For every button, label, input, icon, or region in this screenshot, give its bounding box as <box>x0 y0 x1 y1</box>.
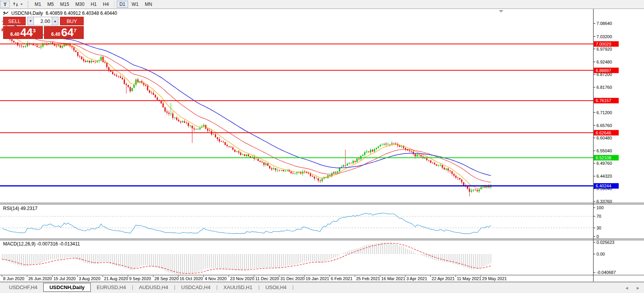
buy-price-box[interactable]: 6.40 64 7 <box>44 26 84 39</box>
candle-body <box>484 187 486 187</box>
candle-body <box>352 161 354 163</box>
candle-body <box>273 168 274 169</box>
candle-body <box>426 158 428 160</box>
sell-button[interactable]: SELL <box>3 17 26 25</box>
tab-scroll-right-icon[interactable]: ► <box>636 286 640 290</box>
volume-increase-icon[interactable]: ▲ <box>52 17 58 25</box>
timeframe-m5[interactable]: M5 <box>45 1 57 8</box>
candle-body <box>345 165 346 166</box>
chart-symbol-icon <box>3 11 9 16</box>
candle-body <box>348 163 350 164</box>
timeframe-m1[interactable]: M1 <box>32 1 44 8</box>
tab-eurusd-h4[interactable]: EURUSD,H4 <box>91 283 132 292</box>
arrows-tool-button[interactable]: ▼ <box>11 1 25 8</box>
candle-body <box>471 191 472 192</box>
candle-body <box>374 149 375 152</box>
candle-body <box>343 165 344 167</box>
chart-background[interactable] <box>0 9 644 282</box>
candle-body <box>283 170 284 171</box>
candle-body <box>122 78 123 79</box>
timeframe-d1[interactable]: D1 <box>117 1 128 8</box>
candle-body <box>162 103 164 107</box>
timeframe-mn[interactable]: MN <box>142 1 155 8</box>
candle-body <box>376 148 377 149</box>
candle-body <box>89 61 90 62</box>
sell-price-big: 44 <box>20 27 33 38</box>
tab-usoil-h4[interactable]: USOil,H4 <box>260 283 292 292</box>
candle-body <box>259 161 260 162</box>
candle-body <box>393 143 394 144</box>
candle-body <box>108 67 109 71</box>
timeframe-w1[interactable]: W1 <box>129 1 141 8</box>
candle-body <box>473 190 474 191</box>
timeframe-m30[interactable]: M30 <box>73 1 87 8</box>
candle-body <box>232 147 234 150</box>
price-badge-label: 7.00029 <box>596 42 611 46</box>
candle-body <box>391 143 392 145</box>
candle-body <box>135 79 137 85</box>
volume-input[interactable] <box>34 17 52 25</box>
macd-tick-label: -0.040687 <box>596 270 616 275</box>
candle-body <box>362 155 363 156</box>
candle-body <box>244 154 245 156</box>
candle-body <box>195 129 197 130</box>
candle-body <box>221 141 222 142</box>
tab-audusd-h4[interactable]: AUDUSD,H4 <box>133 283 174 292</box>
price-badge-label: 6.62646 <box>596 131 611 135</box>
candle-body <box>126 84 127 85</box>
candle-body <box>176 118 177 120</box>
date-label: 15 Jul 2020 <box>54 276 76 281</box>
candle-body <box>25 46 26 47</box>
candle-body <box>269 166 270 168</box>
candle-body <box>382 145 383 145</box>
chart-symbol-period: USDCNH,Daily <box>11 11 43 16</box>
tab-usdchf-h4[interactable]: USDCHF,H4 <box>3 283 43 292</box>
price-tick-label: 6.81760 <box>596 85 612 90</box>
candle-body <box>190 125 191 126</box>
candle-body <box>294 173 296 174</box>
candle-body <box>366 152 367 152</box>
date-label: 23 Nov 2020 <box>230 276 254 281</box>
buy-button[interactable]: BUY <box>60 17 84 25</box>
rsi-pane-label: RSI(14) 49.2317 <box>3 206 37 211</box>
date-label: 16 Mar 2021 <box>381 276 405 281</box>
candle-body <box>318 178 319 181</box>
tab-usdcnh-daily[interactable]: USDCNH,Daily <box>43 283 91 292</box>
chart-canvas[interactable]: 7.086407.032006.979206.924806.872006.817… <box>0 0 644 293</box>
volume-stepper: ▼ ▲ <box>27 17 58 25</box>
text-label-tool-button[interactable]: T <box>0 1 10 8</box>
tab-scroll-left-icon[interactable]: ◄ <box>625 286 629 290</box>
price-badge-label: 6.40244 <box>596 184 611 188</box>
tab-xauusd-h1[interactable]: XAUUSD,H1 <box>218 283 258 292</box>
candle-body <box>39 47 40 48</box>
candle-body <box>234 150 236 152</box>
date-label: 28 Sep 2020 <box>154 276 178 281</box>
candle-body <box>477 190 478 191</box>
buy-price-prefix: 6.40 <box>51 32 60 37</box>
candle-body <box>337 171 338 173</box>
candle-body <box>279 170 280 170</box>
candle-body <box>434 163 435 164</box>
candle-body <box>91 61 92 62</box>
candle-body <box>271 168 272 169</box>
tab-usdcad-h4[interactable]: USDCAD,H4 <box>175 283 216 292</box>
toolbar-separator <box>114 1 114 7</box>
sell-price-box[interactable]: 6.40 44 3 <box>3 26 43 39</box>
timeframe-h1[interactable]: H1 <box>88 1 99 8</box>
candle-body <box>417 155 418 157</box>
timeframe-h4[interactable]: H4 <box>100 1 111 8</box>
candle-body <box>166 111 167 113</box>
candle-body <box>459 178 460 180</box>
candle-body <box>263 162 264 165</box>
timeframe-m15[interactable]: M15 <box>57 1 72 8</box>
toolbar-grip[interactable] <box>28 1 30 7</box>
candle-body <box>155 95 156 97</box>
price-tick-label: 7.03200 <box>596 34 612 39</box>
date-label: 29 May 2021 <box>482 276 507 281</box>
candle-body <box>95 62 96 62</box>
volume-decrease-icon[interactable]: ▼ <box>27 17 34 25</box>
candle-body <box>246 155 247 156</box>
candle-body <box>93 61 94 62</box>
date-label: 16 Oct 2020 <box>179 276 203 281</box>
candle-body <box>19 45 20 46</box>
